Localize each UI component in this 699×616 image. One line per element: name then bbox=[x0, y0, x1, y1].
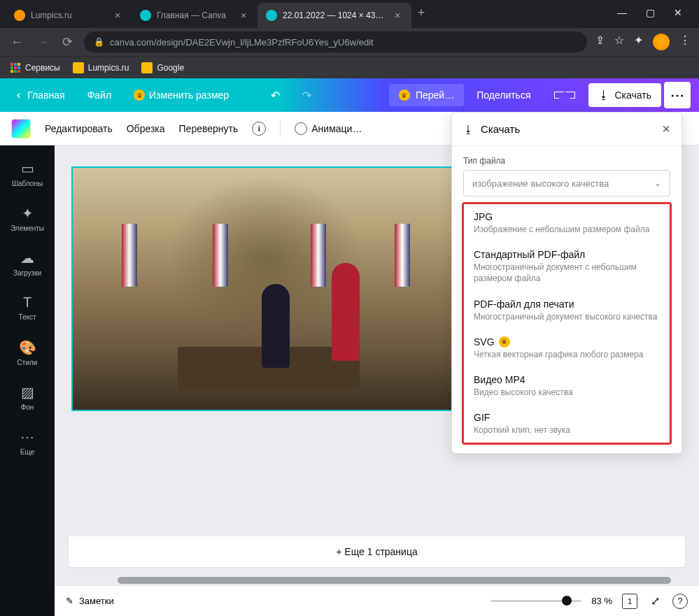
file-type-option[interactable]: SVG ♛ Четкая векторная графика любого ра… bbox=[464, 329, 670, 367]
file-menu[interactable]: Файл bbox=[79, 84, 120, 106]
new-tab-button[interactable]: + bbox=[411, 3, 431, 22]
undo-button[interactable]: ↶ bbox=[262, 83, 288, 108]
share-button[interactable]: Поделиться bbox=[467, 84, 540, 106]
more-icon: ⋯ bbox=[20, 429, 34, 445]
profile-avatar[interactable] bbox=[653, 34, 670, 50]
zoom-value: 83 % bbox=[591, 596, 612, 606]
tab-favicon bbox=[14, 10, 25, 21]
sidebar-item-elements[interactable]: ✦Элементы bbox=[0, 196, 55, 241]
file-type-option[interactable]: GIF Короткий клип, нет звука bbox=[464, 405, 670, 443]
file-type-label: Тип файла bbox=[452, 146, 682, 170]
horizontal-scrollbar[interactable] bbox=[55, 575, 699, 585]
bookmark-item[interactable]: Lumpics.ru bbox=[73, 62, 129, 73]
download-panel-header: ⭳ Скачать × bbox=[452, 113, 682, 146]
close-icon[interactable]: × bbox=[392, 10, 403, 21]
chevron-down-icon: ⌄ bbox=[654, 178, 661, 188]
text-icon: T bbox=[23, 294, 31, 310]
sidebar-item-uploads[interactable]: ☁Загрузки bbox=[0, 241, 55, 285]
design-canvas[interactable] bbox=[71, 166, 460, 411]
back-button[interactable]: ← bbox=[8, 34, 25, 50]
sidebar-item-more[interactable]: ⋯Еще bbox=[0, 420, 55, 464]
notes-icon: ✎ bbox=[66, 596, 73, 606]
close-icon[interactable]: × bbox=[238, 10, 249, 21]
share-label: Поделиться bbox=[476, 89, 530, 101]
file-type-option[interactable]: Видео MP4 Видео высокого качества bbox=[464, 367, 670, 405]
bookmark-label: Lumpics.ru bbox=[88, 63, 129, 73]
bookmark-icon[interactable]: ☆ bbox=[614, 34, 624, 50]
svg-rect-7 bbox=[14, 70, 17, 73]
app-header: ‹ Главная Файл ♛ Изменить размер ↶ ↷ ♛ П… bbox=[0, 78, 699, 112]
file-type-select[interactable]: изображение высокого качества ⌄ bbox=[463, 170, 670, 196]
chart-icon: ⫍⫎ bbox=[553, 89, 576, 101]
bookmark-item[interactable]: Google bbox=[141, 62, 184, 73]
home-label: Главная bbox=[27, 89, 64, 101]
folder-icon bbox=[141, 62, 153, 73]
extensions-icon[interactable]: ✦ bbox=[634, 34, 643, 50]
lock-icon: 🔒 bbox=[94, 37, 104, 47]
templates-icon: ▭ bbox=[21, 160, 34, 177]
browser-tab[interactable]: Главная — Canva × bbox=[132, 3, 257, 28]
fullscreen-button[interactable]: ⤢ bbox=[647, 594, 663, 609]
url-text: canva.com/design/DAE2EVwjn_l/ljLMe3PzfRF… bbox=[110, 37, 374, 48]
zoom-slider[interactable] bbox=[490, 600, 581, 602]
palette-icon: 🎨 bbox=[19, 339, 36, 356]
file-type-option[interactable]: PDF-файл для печати Многостраничный доку… bbox=[464, 292, 670, 329]
notes-button[interactable]: ✎ Заметки bbox=[66, 596, 114, 606]
sidebar-item-background[interactable]: ▨Фон bbox=[0, 375, 55, 420]
page-grid-button[interactable]: 1 bbox=[622, 594, 637, 609]
file-label: Файл bbox=[87, 89, 111, 101]
canvas-image-content bbox=[73, 168, 459, 410]
browser-menu-icon[interactable]: ⋮ bbox=[679, 34, 691, 50]
crown-icon: ♛ bbox=[499, 336, 510, 348]
file-type-option[interactable]: Стандартный PDF-файл Многостраничный док… bbox=[464, 242, 670, 291]
cloud-icon: ☁ bbox=[20, 250, 34, 266]
reload-button[interactable]: ⟳ bbox=[59, 34, 76, 50]
close-window-button[interactable]: ✕ bbox=[668, 3, 688, 22]
maximize-button[interactable]: ▢ bbox=[640, 3, 660, 22]
svg-rect-4 bbox=[14, 66, 17, 69]
download-icon: ⭳ bbox=[463, 123, 474, 135]
svg-rect-0 bbox=[10, 63, 13, 66]
edit-image-button[interactable]: Редактировать bbox=[45, 123, 113, 134]
upgrade-label: Перей… bbox=[416, 89, 454, 101]
resize-button[interactable]: ♛ Изменить размер bbox=[125, 84, 237, 106]
file-type-dropdown: JPG Изображение с небольшим размером фай… bbox=[462, 202, 672, 445]
titlebar: Lumpics.ru × Главная — Canva × 22.01.202… bbox=[0, 0, 699, 28]
flip-button[interactable]: Перевернуть bbox=[179, 123, 239, 134]
forward-button[interactable]: → bbox=[34, 34, 50, 50]
browser-tab-active[interactable]: 22.01.2022 — 1024 × 430 пикс × bbox=[257, 3, 411, 28]
redo-button[interactable]: ↷ bbox=[294, 83, 320, 108]
minimize-button[interactable]: — bbox=[612, 3, 632, 22]
scrollbar-thumb[interactable] bbox=[118, 577, 671, 584]
file-type-option[interactable]: JPG Изображение с небольшим размером фай… bbox=[464, 204, 670, 242]
sidebar-item-templates[interactable]: ▭Шаблоны bbox=[0, 151, 55, 196]
download-button[interactable]: ⭳ Скачать bbox=[588, 83, 662, 107]
more-button[interactable]: ⋯ bbox=[664, 82, 691, 108]
download-panel-title: Скачать bbox=[481, 123, 520, 135]
home-button[interactable]: ‹ Главная bbox=[8, 83, 73, 107]
download-icon: ⭳ bbox=[598, 89, 609, 101]
help-button[interactable]: ? bbox=[672, 594, 688, 609]
apps-icon bbox=[10, 62, 21, 73]
address-bar[interactable]: 🔒 canva.com/design/DAE2EVwjn_l/ljLMe3Pzf… bbox=[84, 31, 587, 52]
bookmark-apps[interactable]: Сервисы bbox=[10, 62, 60, 73]
crop-button[interactable]: Обрезка bbox=[127, 123, 165, 134]
info-icon[interactable]: i bbox=[252, 122, 266, 136]
share-icon[interactable]: ⇪ bbox=[595, 34, 605, 50]
sidebar-item-text[interactable]: TТекст bbox=[0, 285, 55, 330]
animate-button[interactable]: Анимаци… bbox=[295, 122, 362, 135]
crown-icon: ♛ bbox=[399, 89, 410, 101]
side-panel: ▭Шаблоны ✦Элементы ☁Загрузки TТекст 🎨Сти… bbox=[0, 145, 55, 616]
editor-footer: ✎ Заметки 83 % 1 ⤢ ? bbox=[55, 585, 699, 616]
close-icon[interactable]: × bbox=[112, 10, 123, 21]
add-page-button[interactable]: + Еще 1 страница bbox=[69, 536, 685, 567]
close-panel-button[interactable]: × bbox=[662, 121, 670, 137]
insights-button[interactable]: ⫍⫎ bbox=[544, 83, 586, 107]
browser-tab[interactable]: Lumpics.ru × bbox=[6, 3, 132, 28]
sidebar-item-styles[interactable]: 🎨Стили bbox=[0, 330, 55, 375]
bookmark-label: Сервисы bbox=[25, 63, 60, 73]
window-controls: — ▢ ✕ bbox=[607, 3, 693, 28]
slider-thumb[interactable] bbox=[562, 596, 572, 606]
upgrade-button[interactable]: ♛ Перей… bbox=[389, 84, 464, 106]
color-swatch[interactable] bbox=[11, 119, 31, 138]
